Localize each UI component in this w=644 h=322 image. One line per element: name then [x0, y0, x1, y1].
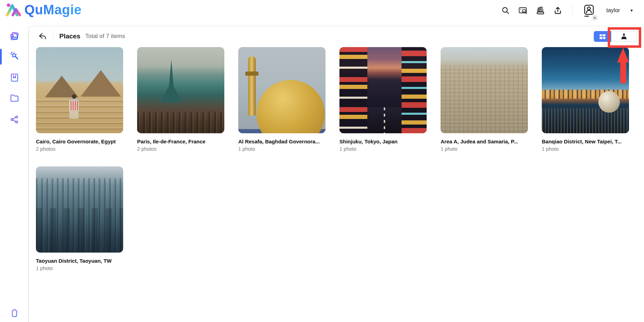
- sidebar: [0, 26, 29, 322]
- place-title: Shinjuku, Tokyo, Japan: [339, 138, 427, 144]
- place-photo-count: 2 photos: [137, 146, 224, 152]
- photo-art: [256, 80, 325, 133]
- place-photo-shinjuku[interactable]: [339, 47, 427, 133]
- photo-art: [69, 98, 78, 119]
- album-book-icon: [9, 73, 20, 83]
- place-photo-banqiao[interactable]: [542, 47, 629, 133]
- app-name: QuMagie: [24, 2, 82, 17]
- place-photo-count: 2 photos: [36, 146, 123, 152]
- user-avatar[interactable]: ★: [583, 3, 595, 17]
- search-icon[interactable]: [501, 6, 510, 15]
- place-photo-count: 1 photo: [441, 146, 528, 152]
- sidebar-item-albums[interactable]: [0, 70, 29, 85]
- upload-icon[interactable]: [553, 6, 563, 15]
- map-view-icon: [620, 32, 628, 40]
- back-button[interactable]: [38, 32, 47, 41]
- page-header: Places Total of 7 items: [29, 26, 644, 46]
- magic-wand-icon: [9, 51, 20, 61]
- photos-icon: [9, 31, 20, 42]
- place-card[interactable]: Banqiao District, New Taipei, T... 1 pho…: [542, 47, 629, 152]
- place-card[interactable]: Shinjuku, Tokyo, Japan 1 photo: [339, 47, 427, 152]
- item-count: Total of 7 items: [85, 33, 125, 40]
- place-photo-count: 1 photo: [36, 265, 123, 271]
- photo-stack-icon[interactable]: [536, 6, 545, 15]
- place-card[interactable]: Area A, Judea and Samaria, P... 1 photo: [441, 47, 528, 152]
- grid-view-icon: [599, 33, 606, 40]
- place-photo-count: 1 photo: [238, 146, 325, 152]
- place-title: Cairo, Cairo Governorate, Egypt: [36, 138, 123, 144]
- sidebar-item-folders[interactable]: [0, 90, 29, 105]
- folder-icon: [9, 93, 20, 103]
- back-arrow-icon: [38, 32, 47, 41]
- view-toggle: [594, 31, 637, 42]
- sidebar-item-sharing[interactable]: [0, 112, 29, 127]
- photo-art: [367, 107, 402, 133]
- place-card[interactable]: Paris, Ile-de-France, France 2 photos: [137, 47, 224, 152]
- photo-art: [160, 60, 182, 102]
- place-photo-taoyuan[interactable]: [36, 166, 123, 253]
- place-card[interactable]: Cairo, Cairo Governorate, Egypt 2 photos: [36, 47, 123, 152]
- place-photo-count: 1 photo: [542, 146, 629, 152]
- sidebar-item-trash[interactable]: [0, 305, 29, 321]
- topbar-divider: [572, 4, 573, 17]
- photo-art: [598, 91, 620, 113]
- user-name[interactable]: taylor: [606, 7, 620, 14]
- place-title: Al Resafa, Baghdad Governora...: [238, 138, 325, 144]
- places-grid: Cairo, Cairo Governorate, Egypt 2 photos…: [36, 47, 629, 271]
- top-bar: QuMagie: [0, 0, 644, 26]
- trash-icon: [9, 308, 20, 318]
- place-title: Taoyuan District, Taoyuan, TW: [36, 258, 123, 264]
- page-title: Places: [59, 32, 80, 40]
- place-photo-count: 1 photo: [339, 146, 427, 152]
- place-title: Banqiao District, New Taipei, T...: [542, 138, 629, 144]
- place-photo-cairo[interactable]: [36, 47, 123, 133]
- place-title: Paris, Ile-de-France, France: [137, 138, 224, 144]
- map-view-button[interactable]: [611, 31, 637, 42]
- share-icon: [9, 114, 20, 125]
- header-divider: [53, 30, 53, 42]
- qumagie-logo-icon: [5, 2, 21, 17]
- place-card[interactable]: Taoyuan District, Taoyuan, TW 1 photo: [36, 166, 123, 271]
- main-panel: Places Total of 7 items Cairo, Cairo Gov…: [29, 26, 644, 322]
- place-photo-area-a[interactable]: [441, 47, 528, 133]
- place-photo-baghdad[interactable]: [238, 47, 325, 133]
- place-photo-paris[interactable]: [137, 47, 224, 133]
- topbar-actions: ★ taylor ▼: [501, 0, 634, 21]
- sidebar-item-photos[interactable]: [0, 29, 29, 44]
- sidebar-item-ai-albums[interactable]: [0, 48, 29, 63]
- face-search-icon[interactable]: [518, 6, 528, 15]
- grid-view-button[interactable]: [594, 31, 611, 42]
- app-logo[interactable]: QuMagie: [5, 2, 82, 17]
- star-badge-icon: ★: [591, 14, 599, 22]
- place-card[interactable]: Al Resafa, Baghdad Governora... 1 photo: [238, 47, 325, 152]
- chevron-down-icon[interactable]: ▼: [630, 8, 634, 13]
- place-title: Area A, Judea and Samaria, P...: [441, 138, 528, 144]
